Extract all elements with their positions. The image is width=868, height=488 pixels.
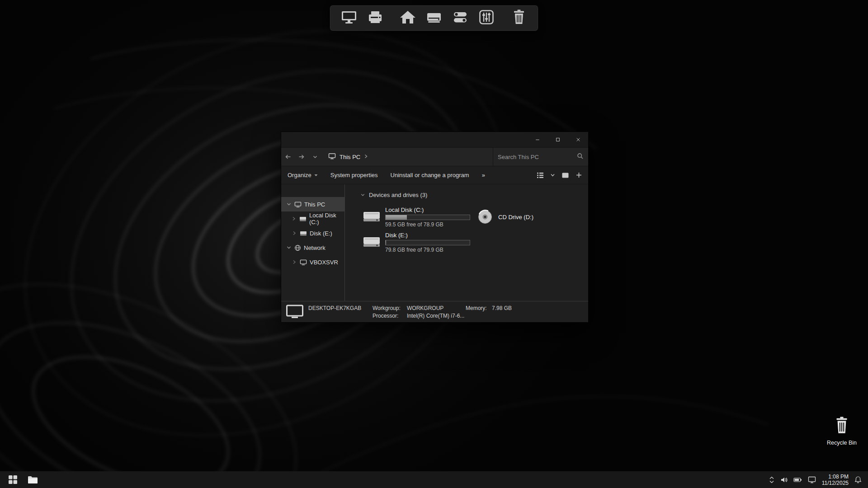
arrow-left-icon: [284, 153, 292, 160]
more-commands-button[interactable]: »: [482, 172, 485, 178]
organize-label: Organize: [288, 172, 311, 178]
toggles-icon: [451, 8, 469, 28]
sidebar-item-label: Network: [304, 244, 326, 251]
dock-printer-button[interactable]: [364, 8, 386, 28]
home-icon: [399, 8, 417, 28]
organize-button[interactable]: Organize: [288, 172, 318, 178]
back-button[interactable]: [281, 148, 295, 166]
chevron-right-icon[interactable]: [291, 216, 297, 221]
change-view-button[interactable]: [537, 173, 543, 178]
sidebar-item-network[interactable]: Network: [281, 240, 344, 255]
taskbar-clock[interactable]: 1:08 PM 11/12/2025: [822, 474, 849, 486]
chevron-down-icon: [360, 192, 365, 197]
minimize-button[interactable]: [527, 132, 547, 147]
printer-icon: [366, 8, 384, 28]
plus-icon: [576, 172, 582, 178]
search-input[interactable]: [498, 154, 574, 160]
computer-icon: [286, 304, 304, 319]
system-tray: 1:08 PM 11/12/2025: [769, 471, 865, 488]
hard-drive-icon: [425, 8, 443, 28]
dock-trash-button[interactable]: [508, 8, 530, 28]
sidebar-item-local-disk-c[interactable]: Local Disk (C:): [281, 211, 344, 226]
chevron-down-icon: [312, 154, 318, 160]
battery-button[interactable]: [793, 471, 802, 488]
maximize-button[interactable]: [547, 132, 568, 147]
dock-drive-button[interactable]: [423, 8, 445, 28]
drive-local-disk-c[interactable]: Local Disk (C:) 59.5 GB free of 78.9 GB: [360, 204, 474, 230]
dock-display-button[interactable]: [338, 8, 360, 28]
volume-button[interactable]: [780, 471, 788, 488]
drive-free-text: 79.8 GB free of 79.9 GB: [385, 247, 470, 253]
window-body: This PC Local Disk (C:) Disk (E:) Networ…: [281, 184, 588, 301]
recent-locations-button[interactable]: [308, 148, 322, 166]
chevron-down-icon[interactable]: [286, 245, 292, 250]
workgroup-label: Workgroup:: [373, 305, 407, 311]
computer-details: DESKTOP-EK7KGAB Workgroup: WORKGROUP Mem…: [308, 304, 512, 319]
view-options-button[interactable]: [551, 174, 555, 177]
command-bar-right: [537, 172, 582, 178]
drive-name: CD Drive (D:): [498, 214, 533, 221]
files-pane: Devices and drives (3) Local Disk (C:) 5…: [345, 184, 588, 301]
drive-disk-e[interactable]: Disk (E:) 79.8 GB free of 79.9 GB: [360, 230, 474, 255]
drive-cd-d[interactable]: CD Drive (D:): [474, 204, 588, 230]
monitor-icon: [808, 476, 816, 483]
drive-free-text: 59.5 GB free of 78.9 GB: [385, 221, 470, 228]
titlebar[interactable]: [281, 132, 588, 147]
processor-label: Processor:: [373, 313, 407, 319]
uninstall-label: Uninstall or change a program: [391, 172, 469, 178]
sidebar-item-label: This PC: [304, 201, 325, 208]
group-header-devices-and-drives[interactable]: Devices and drives (3): [360, 191, 588, 199]
workgroup-value: WORKGROUP: [407, 305, 466, 311]
trash-icon: [832, 416, 851, 437]
display-tray-button[interactable]: [808, 471, 816, 488]
uninstall-program-button[interactable]: Uninstall or change a program: [391, 172, 469, 178]
hidden-icons-button[interactable]: [769, 471, 774, 488]
dock-group-trash: [508, 8, 530, 28]
battery-icon: [793, 476, 802, 483]
chevron-right-icon[interactable]: [291, 230, 297, 236]
sidebar-item-label: Disk (E:): [310, 230, 332, 237]
hard-drive-icon: [362, 235, 381, 250]
maximize-icon: [555, 137, 561, 142]
this-pc-icon: [294, 201, 302, 208]
sidebar-item-vboxsvr[interactable]: VBOXSVR: [281, 255, 344, 269]
drive-name: Disk (E:): [385, 232, 470, 239]
drive-name: Local Disk (C:): [385, 206, 470, 214]
chevron-up-down-icon: [769, 476, 774, 484]
close-icon: [576, 137, 581, 142]
start-button[interactable]: [3, 471, 23, 488]
sidebar-item-this-pc[interactable]: This PC: [281, 197, 344, 211]
file-explorer-button[interactable]: [23, 471, 42, 488]
preview-pane-button[interactable]: [562, 173, 569, 178]
recycle-bin-icon[interactable]: Recycle Bin: [823, 416, 861, 446]
dock-group-main: [397, 8, 497, 28]
sidebar-item-disk-e[interactable]: Disk (E:): [281, 226, 344, 240]
dock-group-devices: [338, 8, 386, 28]
this-pc-icon: [328, 153, 336, 161]
search-icon[interactable]: [577, 153, 584, 161]
taskbar: 1:08 PM 11/12/2025: [0, 471, 868, 488]
breadcrumb-this-pc[interactable]: This PC: [340, 154, 360, 160]
breadcrumb-chevron-icon[interactable]: [364, 154, 368, 160]
chevron-down-icon[interactable]: [286, 202, 292, 207]
address-bar[interactable]: This PC: [322, 148, 493, 166]
cd-drive-icon: [476, 208, 494, 226]
drives-grid: Local Disk (C:) 59.5 GB free of 78.9 GB …: [360, 204, 588, 255]
computer-name: DESKTOP-EK7KGAB: [308, 305, 373, 311]
speaker-icon: [780, 476, 788, 483]
processor-value: Intel(R) Core(TM) i7-6...: [407, 313, 466, 319]
close-button[interactable]: [568, 132, 588, 147]
help-button[interactable]: [576, 172, 582, 178]
search-box: [493, 148, 588, 166]
notifications-button[interactable]: [854, 471, 862, 488]
system-properties-label: System properties: [330, 172, 378, 178]
forward-button[interactable]: [295, 148, 308, 166]
dock-toggles-button[interactable]: [449, 8, 471, 28]
chevron-right-icon[interactable]: [291, 259, 297, 265]
memory-label: Memory:: [466, 305, 492, 311]
mixer-icon: [477, 8, 495, 28]
system-properties-button[interactable]: System properties: [330, 172, 378, 178]
dock-home-button[interactable]: [397, 8, 419, 28]
preview-pane-icon: [562, 173, 569, 178]
dock-mixer-button[interactable]: [476, 8, 497, 28]
